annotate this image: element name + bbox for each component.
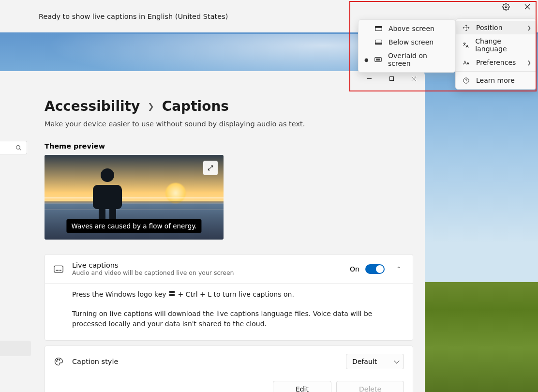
preview-caption-text: Waves are caused by a flow of energy.	[66, 219, 201, 233]
window-close-button[interactable]	[403, 71, 425, 86]
menu-item-learn-more[interactable]: Learn more	[456, 74, 536, 87]
theme-preview-thumbnail: Waves are caused by a flow of energy.	[45, 155, 224, 240]
theme-preview-label: Theme preview	[45, 142, 413, 150]
svg-rect-12	[172, 291, 175, 293]
move-icon	[462, 24, 470, 31]
menu-item-label: Position	[476, 24, 503, 31]
svg-point-15	[56, 361, 57, 362]
live-captions-card: Live captions Audio and video will be ca…	[45, 254, 413, 341]
settings-nav-item-stub[interactable]	[0, 341, 31, 356]
svg-point-16	[58, 359, 59, 360]
dock-bottom-icon	[374, 39, 383, 45]
chevron-right-icon: ❯	[527, 25, 531, 30]
svg-point-2	[466, 82, 466, 82]
captions-close-button[interactable]	[517, 0, 538, 14]
svg-rect-11	[169, 291, 172, 293]
breadcrumb: Accessibility ❯ Captions	[45, 98, 413, 114]
window-minimize-button[interactable]	[358, 71, 380, 86]
menu-item-label: Preferences	[476, 59, 516, 66]
window-titlebar-controls	[358, 71, 425, 86]
svg-point-0	[505, 6, 507, 8]
collapse-chevron-up-icon[interactable]: ⌃	[393, 266, 404, 272]
caption-style-actions: Edit Delete	[45, 377, 413, 392]
current-indicator-dot: ●	[364, 57, 368, 62]
live-captions-toggle-state: On	[350, 265, 359, 273]
minimize-icon	[367, 76, 372, 81]
caption-style-edit-button[interactable]: Edit	[273, 381, 331, 392]
svg-rect-13	[169, 294, 172, 296]
menu-item-label: Change language	[475, 37, 529, 53]
svg-point-18	[16, 145, 20, 149]
svg-rect-9	[389, 76, 393, 80]
expand-icon	[207, 165, 214, 171]
svg-rect-6	[375, 43, 382, 45]
menu-item-change-language[interactable]: Change language	[456, 34, 536, 56]
submenu-item-above-screen[interactable]: Above screen	[359, 22, 455, 35]
caption-style-delete-button: Delete	[336, 381, 404, 392]
submenu-item-label: Above screen	[389, 25, 434, 32]
gear-icon	[502, 3, 510, 11]
live-captions-details: Press the Windows logo key + Ctrl + L to…	[45, 283, 413, 340]
caption-style-card: Caption style Default Edit Delete	[45, 346, 413, 392]
svg-rect-8	[376, 59, 380, 60]
breadcrumb-current: Captions	[162, 98, 229, 114]
close-icon	[524, 4, 530, 10]
menu-item-preferences[interactable]: Preferences ❯	[456, 56, 536, 69]
language-icon	[462, 42, 469, 49]
search-icon	[15, 145, 22, 151]
close-icon	[411, 76, 417, 81]
live-captions-toggle[interactable]	[365, 264, 385, 274]
captions-settings-button[interactable]	[495, 0, 517, 14]
captions-icon	[54, 265, 63, 273]
live-captions-title: Live captions	[72, 261, 341, 269]
menu-item-label: Learn more	[476, 76, 515, 84]
submenu-item-label: Below screen	[389, 38, 433, 46]
caption-style-title: Caption style	[72, 358, 337, 365]
position-submenu: Above screen Below screen ● Overlaid on …	[358, 19, 456, 73]
text-size-icon	[462, 59, 470, 66]
breadcrumb-parent[interactable]: Accessibility	[45, 98, 140, 114]
maximize-icon	[389, 76, 394, 81]
window-maximize-button[interactable]	[380, 71, 403, 86]
chevron-right-icon: ❯	[527, 60, 531, 65]
submenu-item-overlaid[interactable]: ● Overlaid on screen	[359, 49, 455, 70]
chevron-right-icon: ❯	[148, 102, 154, 111]
captions-settings-menu: Position ❯ Change language Preferences ❯…	[455, 18, 537, 90]
caption-style-dropdown[interactable]: Default	[346, 354, 404, 369]
svg-rect-10	[54, 266, 63, 272]
submenu-item-label: Overlaid on screen	[388, 52, 448, 67]
submenu-item-below-screen[interactable]: Below screen	[359, 35, 455, 49]
svg-rect-4	[375, 27, 382, 28]
svg-point-17	[59, 360, 60, 361]
overlay-icon	[374, 57, 382, 62]
palette-icon	[54, 357, 63, 366]
help-icon	[462, 77, 470, 84]
menu-item-position[interactable]: Position ❯	[456, 21, 536, 34]
windows-logo-icon	[168, 291, 176, 296]
live-captions-subtitle: Audio and video will be captioned live o…	[72, 269, 341, 276]
page-subtitle: Make your device easier to use without s…	[45, 120, 413, 128]
live-captions-status: Ready to show live captions in English (…	[39, 13, 228, 20]
svg-rect-14	[172, 294, 175, 296]
settings-search-stub[interactable]	[0, 141, 27, 154]
dock-top-icon	[374, 26, 383, 31]
preview-expand-button[interactable]	[203, 161, 218, 175]
settings-window: Accessibility ❯ Captions Make your devic…	[0, 71, 425, 392]
